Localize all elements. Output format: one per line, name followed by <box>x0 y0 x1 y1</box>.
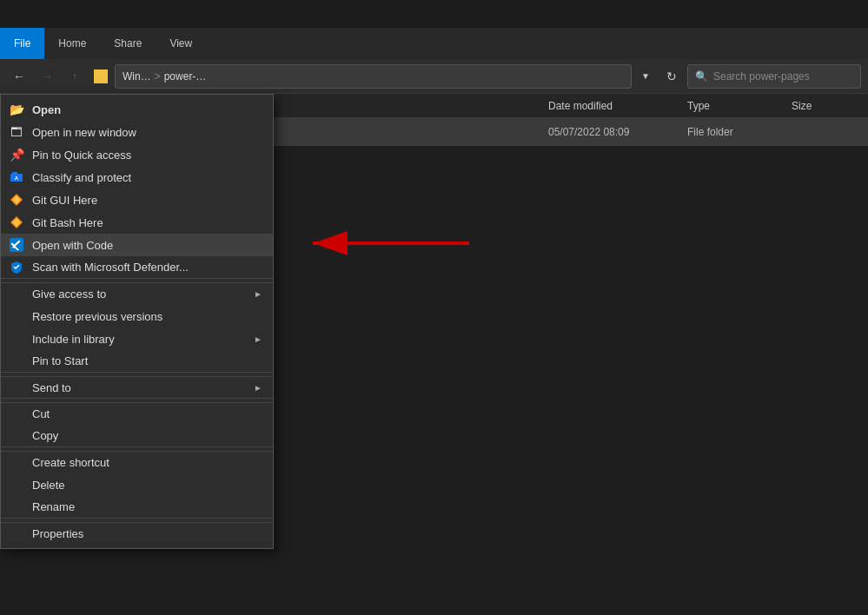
restore-icon <box>8 308 25 325</box>
menu-label-pin-start: Pin to Start <box>32 354 262 367</box>
menu-item-pin-start[interactable]: Pin to Start <box>1 350 273 373</box>
menu-item-open[interactable]: 📂 Open <box>1 98 273 121</box>
submenu-arrow-give-access: ► <box>254 289 262 299</box>
menu-item-send-to[interactable]: Send to ► <box>1 376 273 399</box>
path-part-win[interactable]: Win… <box>123 70 151 83</box>
path-part-power[interactable]: power-… <box>164 70 207 83</box>
menu-label-restore-versions: Restore previous versions <box>32 310 262 323</box>
vscode-icon <box>8 236 25 254</box>
menu-label-create-shortcut: Create shortcut <box>32 456 262 469</box>
menu-label-rename: Rename <box>32 500 262 513</box>
menu-label-include-library: Include in library <box>32 333 247 346</box>
column-type[interactable]: Type <box>687 100 792 112</box>
search-placeholder: Search power-pages <box>713 70 810 83</box>
search-box[interactable]: 🔍 Search power-pages <box>687 64 861 89</box>
menu-label-pin-quick: Pin to Quick access <box>32 149 262 162</box>
menu-item-scan-defender[interactable]: Scan with Microsoft Defender... <box>1 256 273 279</box>
classify-icon: A <box>8 169 25 186</box>
column-size[interactable]: Size <box>792 100 861 112</box>
tab-share[interactable]: Share <box>100 28 156 59</box>
git-bash-icon <box>8 214 25 231</box>
defender-icon <box>8 259 25 276</box>
context-menu: 📂 Open 🗔 Open in new window 📌 Pin to Qui… <box>0 94 274 549</box>
copy-icon <box>8 427 25 445</box>
menu-label-scan-defender: Scan with Microsoft Defender... <box>32 261 262 274</box>
tab-view[interactable]: View <box>156 28 206 59</box>
tab-home[interactable]: Home <box>44 28 100 59</box>
menu-item-give-access[interactable]: Give access to ► <box>1 282 273 305</box>
pin-start-icon <box>8 353 25 370</box>
up-button[interactable]: ↑ <box>63 64 87 89</box>
address-path[interactable]: Win… > power-… <box>115 64 632 89</box>
address-bar: ← → ↑ Win… > power-… ▼ ↻ 🔍 Search power-… <box>0 59 868 94</box>
back-button[interactable]: ← <box>7 64 31 89</box>
search-icon: 🔍 <box>695 70 708 83</box>
menu-item-classify[interactable]: A Classify and protect <box>1 166 273 188</box>
menu-item-copy[interactable]: Copy <box>1 425 273 447</box>
tab-file[interactable]: File <box>0 28 44 59</box>
menu-item-open-new-window[interactable]: 🗔 Open in new window <box>1 121 273 143</box>
rename-icon <box>8 499 25 516</box>
menu-label-git-gui: Git GUI Here <box>32 194 262 207</box>
svg-text:A: A <box>15 175 19 181</box>
menu-label-open-code: Open with Code <box>32 239 262 252</box>
refresh-button[interactable]: ↻ <box>659 64 684 89</box>
window-icon: 🗔 <box>8 123 25 141</box>
menu-label-open: Open <box>32 103 262 116</box>
folder-open-icon: 📂 <box>8 101 25 118</box>
file-type: File folder <box>687 126 792 138</box>
menu-item-include-library[interactable]: Include in library ► <box>1 327 273 350</box>
send-to-icon <box>8 379 25 396</box>
menu-item-create-shortcut[interactable]: Create shortcut <box>1 451 273 473</box>
menu-label-give-access: Give access to <box>32 288 247 301</box>
menu-item-restore-versions[interactable]: Restore previous versions <box>1 305 273 327</box>
menu-item-rename[interactable]: Rename <box>1 496 273 519</box>
menu-label-properties: Properties <box>32 527 262 540</box>
menu-item-git-bash[interactable]: Git Bash Here <box>1 211 273 234</box>
column-date[interactable]: Date modified <box>548 100 687 112</box>
menu-item-open-code[interactable]: Open with Code <box>1 234 273 256</box>
ribbon-tabs: File Home Share View <box>0 28 868 59</box>
cut-icon <box>8 406 25 423</box>
menu-item-pin-quick[interactable]: 📌 Pin to Quick access <box>1 143 273 166</box>
path-chevron[interactable]: ▼ <box>635 64 656 89</box>
file-date: 05/07/2022 08:09 <box>548 126 687 138</box>
menu-item-cut[interactable]: Cut <box>1 402 273 425</box>
forward-button[interactable]: → <box>35 64 59 89</box>
give-access-icon <box>8 286 25 303</box>
submenu-arrow-send-to: ► <box>254 383 262 393</box>
menu-label-delete: Delete <box>32 479 262 492</box>
menu-item-git-gui[interactable]: Git GUI Here <box>1 188 273 211</box>
menu-label-send-to: Send to <box>32 381 247 394</box>
git-gui-icon <box>8 191 25 208</box>
shortcut-icon <box>8 454 25 472</box>
properties-icon <box>8 526 25 543</box>
menu-label-git-bash: Git Bash Here <box>32 216 262 229</box>
menu-item-properties[interactable]: Properties <box>1 522 273 545</box>
library-icon <box>8 330 25 347</box>
menu-label-open-new-window: Open in new window <box>32 126 262 139</box>
menu-label-classify: Classify and protect <box>32 171 262 184</box>
pin-icon: 📌 <box>8 146 25 163</box>
delete-icon <box>8 476 25 493</box>
menu-label-cut: Cut <box>32 407 262 420</box>
submenu-arrow-library: ► <box>254 334 262 344</box>
menu-item-delete[interactable]: Delete <box>1 473 273 496</box>
menu-label-copy: Copy <box>32 429 262 442</box>
folder-icon-small <box>94 69 108 83</box>
title-bar <box>0 0 868 28</box>
